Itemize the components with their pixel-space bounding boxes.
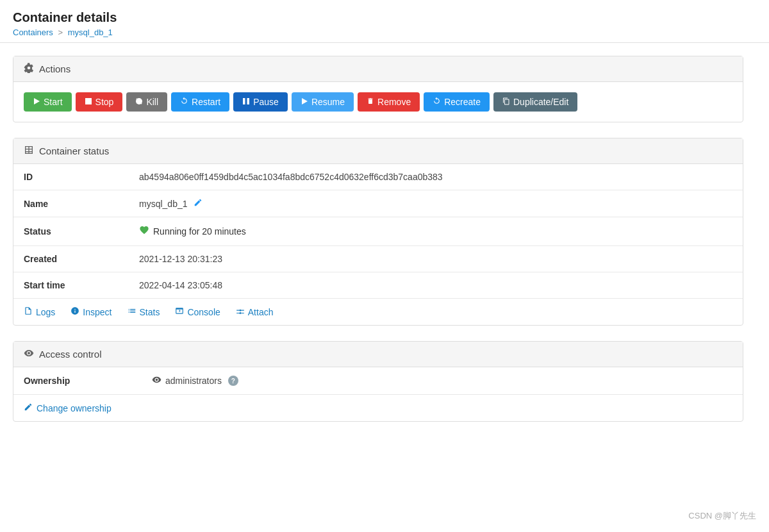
table-row: Status Running for 20 minutes xyxy=(13,217,743,246)
play-icon xyxy=(33,97,40,107)
table-row: Start time 2022-04-14 23:05:48 xyxy=(13,272,743,299)
status-panel-header: Container status xyxy=(13,138,743,164)
ownership-help-icon[interactable]: ? xyxy=(228,376,238,386)
ownership-row: Ownership administrators ? xyxy=(13,367,743,395)
pause-icon xyxy=(242,97,250,107)
start-button[interactable]: Start xyxy=(24,92,72,112)
recreate-button[interactable]: Recreate xyxy=(424,92,490,112)
actions-panel: Actions Start Stop Kill xyxy=(13,56,743,122)
ownership-value: administrators ? xyxy=(152,375,238,387)
status-panel: Container status ID ab4594a806e0ff1459db… xyxy=(13,138,743,326)
running-status: Running for 20 minutes xyxy=(139,225,246,238)
console-link[interactable]: Console xyxy=(175,306,220,317)
plug-icon xyxy=(236,306,245,317)
duplicate-button[interactable]: Duplicate/Edit xyxy=(493,92,577,112)
starttime-value: 2022-04-14 23:05:48 xyxy=(129,272,743,299)
breadcrumb-parent[interactable]: Containers xyxy=(13,28,53,37)
chart-icon xyxy=(128,306,136,317)
ownership-text: administrators xyxy=(165,376,222,386)
created-label: Created xyxy=(13,246,129,272)
stop-button[interactable]: Stop xyxy=(76,92,123,112)
doc-icon xyxy=(24,306,33,317)
name-value: mysql_db_1 xyxy=(129,190,743,217)
actions-label: Actions xyxy=(39,63,70,74)
breadcrumb: Containers > mysql_db_1 xyxy=(13,28,756,37)
svg-rect-5 xyxy=(247,98,250,104)
restart-button[interactable]: Restart xyxy=(171,92,229,112)
table-icon xyxy=(24,145,34,157)
edit-name-icon[interactable] xyxy=(194,199,203,209)
copy-icon xyxy=(502,97,510,107)
svg-rect-4 xyxy=(243,98,245,104)
starttime-label: Start time xyxy=(13,272,129,299)
eye-icon xyxy=(24,348,34,360)
pause-button[interactable]: Pause xyxy=(233,92,288,112)
created-value: 2021-12-13 20:31:23 xyxy=(129,246,743,272)
page-header: Container details Containers > mysql_db_… xyxy=(0,0,769,43)
table-row: Created 2021-12-13 20:31:23 xyxy=(13,246,743,272)
quick-links-row: Logs Inspect Stats Console xyxy=(13,298,743,325)
info-icon xyxy=(70,306,79,317)
status-label: Status xyxy=(13,217,129,246)
ownership-label: Ownership xyxy=(24,376,152,386)
heart-icon xyxy=(139,225,149,238)
id-label: ID xyxy=(13,164,129,190)
page-title: Container details xyxy=(13,10,756,25)
stats-link[interactable]: Stats xyxy=(128,306,160,317)
edit-icon xyxy=(24,403,33,413)
kill-icon xyxy=(135,97,143,107)
remove-button[interactable]: Remove xyxy=(358,92,420,112)
access-panel-header: Access control xyxy=(13,342,743,367)
access-panel: Access control Ownership administrators … xyxy=(13,341,743,422)
terminal-icon xyxy=(175,306,184,317)
kill-button[interactable]: Kill xyxy=(126,92,167,112)
svg-rect-1 xyxy=(85,98,92,104)
breadcrumb-separator: > xyxy=(58,28,63,37)
breadcrumb-current: mysql_db_1 xyxy=(68,28,113,37)
svg-marker-0 xyxy=(34,98,40,104)
status-panel-label: Container status xyxy=(39,145,109,156)
attach-link[interactable]: Attach xyxy=(236,306,274,317)
actions-row: Start Stop Kill Restart xyxy=(13,82,743,122)
svg-marker-6 xyxy=(302,98,308,104)
change-ownership-link[interactable]: Change ownership xyxy=(13,395,122,421)
name-label: Name xyxy=(13,190,129,217)
resume-button[interactable]: Resume xyxy=(292,92,354,112)
table-row: Name mysql_db_1 xyxy=(13,190,743,217)
gear-icon xyxy=(24,63,34,75)
trash-icon xyxy=(367,97,374,107)
status-value: Running for 20 minutes xyxy=(129,217,743,246)
stop-icon xyxy=(85,97,92,107)
status-table: ID ab4594a806e0ff1459dbd4c5ac1034fa8bdc6… xyxy=(13,164,743,298)
access-panel-label: Access control xyxy=(39,349,102,360)
actions-panel-header: Actions xyxy=(13,56,743,82)
logs-link[interactable]: Logs xyxy=(24,306,55,317)
inspect-link[interactable]: Inspect xyxy=(70,306,112,317)
ownership-eye-icon xyxy=(152,375,161,387)
restart-icon xyxy=(180,97,188,107)
id-value: ab4594a806e0ff1459dbd4c5ac1034fa8bdc6752… xyxy=(129,164,743,190)
resume-icon xyxy=(301,97,308,107)
recreate-icon xyxy=(433,97,441,107)
table-row: ID ab4594a806e0ff1459dbd4c5ac1034fa8bdc6… xyxy=(13,164,743,190)
